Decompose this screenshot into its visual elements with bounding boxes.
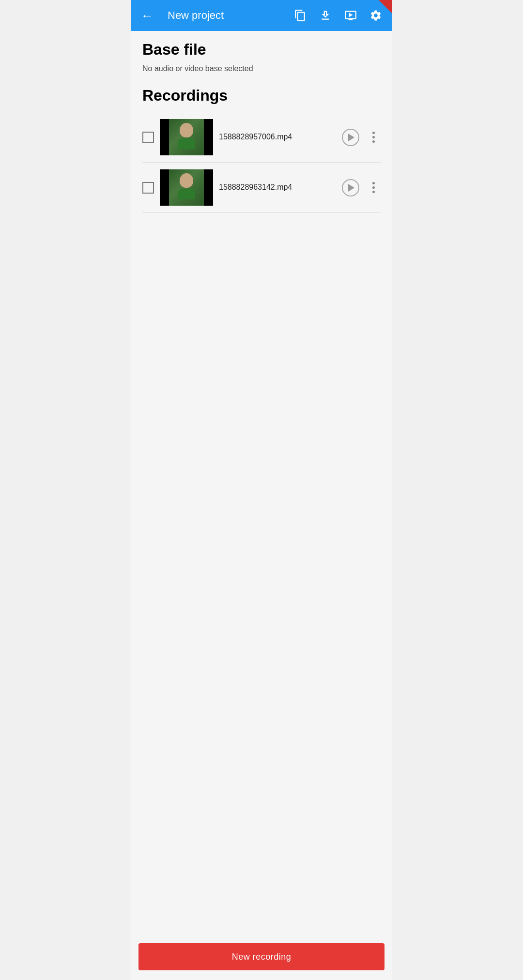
- more-dot-2c: [372, 191, 375, 193]
- recording-name-1: 1588828957006.mp4: [219, 132, 335, 142]
- more-dot-1a: [372, 132, 375, 134]
- play-button-2[interactable]: [341, 178, 360, 197]
- face-silhouette-1: [176, 123, 197, 152]
- recording-item-2: 1588828963142.mp4: [142, 163, 381, 213]
- face-body-1: [178, 138, 195, 149]
- download-icon[interactable]: [317, 7, 334, 24]
- recording-item-1: 1588828957006.mp4: [142, 112, 381, 163]
- recording-thumbnail-2: [160, 169, 213, 206]
- recordings-title: Recordings: [142, 87, 381, 105]
- recording-name-2: 1588828963142.mp4: [219, 182, 335, 193]
- thumbnail-right-bar-2: [204, 169, 213, 206]
- app-bar: ← New project: [131, 0, 392, 31]
- main-content: Base file No audio or video base selecte…: [131, 31, 392, 937]
- thumbnail-right-bar-1: [204, 119, 213, 155]
- play-triangle-2: [348, 184, 354, 192]
- thumbnail-image-1: [169, 119, 204, 155]
- bottom-bar: New recording: [131, 937, 392, 980]
- video-play-icon[interactable]: [342, 7, 359, 24]
- base-file-title: Base file: [142, 41, 381, 59]
- more-options-button-2[interactable]: [366, 178, 381, 197]
- recording-thumbnail-1: [160, 119, 213, 155]
- app-bar-title: New project: [168, 9, 284, 22]
- face-head-1: [180, 123, 193, 137]
- face-body-2: [178, 189, 195, 199]
- play-circle-1: [342, 129, 359, 146]
- more-options-button-1[interactable]: [366, 128, 381, 147]
- back-button[interactable]: ←: [138, 7, 156, 24]
- copy-icon[interactable]: [292, 7, 309, 24]
- more-dot-2b: [372, 186, 375, 189]
- new-recording-button[interactable]: New recording: [138, 943, 385, 970]
- play-button-1[interactable]: [341, 128, 360, 147]
- thumbnail-left-bar-2: [160, 169, 169, 206]
- recording-checkbox-2[interactable]: [142, 182, 154, 194]
- thumbnail-left-bar-1: [160, 119, 169, 155]
- settings-icon[interactable]: [367, 7, 385, 24]
- play-triangle-1: [348, 134, 354, 141]
- face-silhouette-2: [176, 173, 197, 202]
- base-file-subtitle: No audio or video base selected: [142, 64, 381, 73]
- more-dot-2a: [372, 182, 375, 184]
- more-dot-1b: [372, 136, 375, 138]
- base-file-section: Base file No audio or video base selecte…: [142, 41, 381, 87]
- recording-checkbox-1[interactable]: [142, 132, 154, 143]
- more-dot-1c: [372, 140, 375, 143]
- play-circle-2: [342, 179, 359, 196]
- thumbnail-image-2: [169, 169, 204, 206]
- recordings-section: Recordings 1588828957006.mp4: [142, 87, 381, 213]
- face-head-2: [180, 173, 193, 188]
